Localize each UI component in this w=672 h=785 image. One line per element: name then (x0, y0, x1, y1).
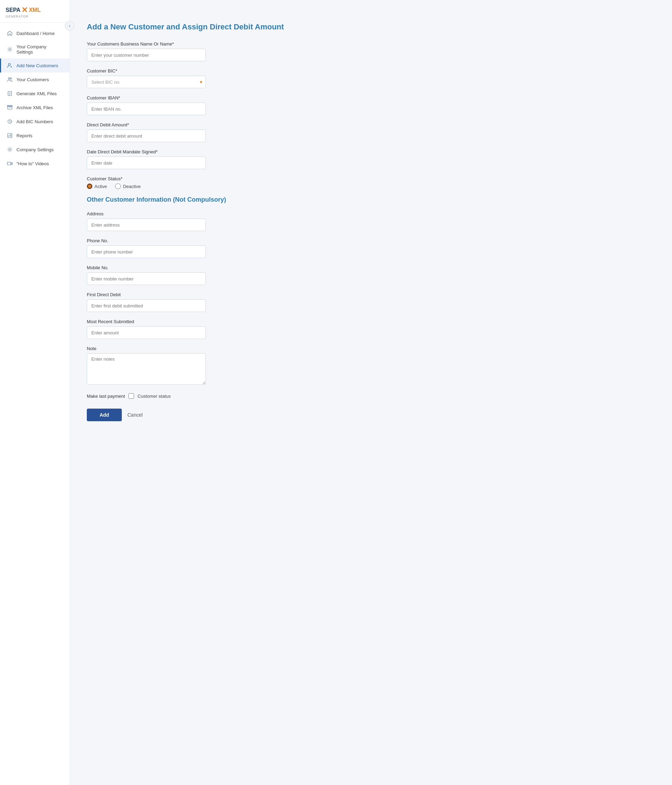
sidebar-item-generate-xml-label: Generate XML Files (16, 91, 57, 96)
business-name-group: Your Customers Business Name Or Name* (87, 41, 655, 61)
bic-select[interactable]: Select BIC no. (87, 76, 206, 88)
sidebar-item-archive-xml-label: Archive XML Files (16, 105, 53, 110)
direct-debit-input[interactable] (87, 130, 206, 142)
svg-point-2 (8, 78, 10, 80)
make-last-payment-label: Make last payment (87, 394, 125, 399)
sidebar-item-company-settings2[interactable]: Company Settings (0, 142, 70, 156)
customer-status-radios: Active Deactive (87, 183, 655, 189)
person-add-icon (7, 63, 13, 69)
customer-status-checkbox[interactable] (128, 393, 134, 399)
cancel-button[interactable]: Cancel (127, 412, 143, 418)
collapse-button[interactable]: ‹ (65, 21, 75, 31)
iban-input[interactable] (87, 103, 206, 115)
video-icon (7, 160, 13, 167)
sidebar-item-reports-label: Reports (16, 133, 33, 138)
svg-rect-10 (7, 162, 11, 165)
business-name-label: Your Customers Business Name Or Name* (87, 41, 655, 47)
first-debit-label: First Direct Debit (87, 292, 655, 297)
status-deactive-label[interactable]: Deactive (115, 183, 141, 189)
sidebar-item-company-settings[interactable]: Your Company Settings (0, 40, 70, 58)
note-textarea[interactable] (87, 353, 206, 385)
form-actions: Add Cancel (87, 409, 655, 421)
sidebar-item-howto-videos-label: "How to" Videos (16, 161, 49, 166)
settings-icon (7, 46, 13, 53)
people-icon (7, 76, 13, 83)
most-recent-label: Most Recent Submitted (87, 319, 655, 324)
address-input[interactable] (87, 219, 206, 231)
file-generate-icon (7, 90, 13, 97)
required-form-section: Your Customers Business Name Or Name* Cu… (87, 41, 655, 189)
note-group: Note (87, 346, 655, 386)
bic-label: Customer BIC* (87, 68, 655, 73)
sidebar-item-company-settings2-label: Company Settings (16, 147, 53, 152)
sidebar-item-add-customers-label: Add New Customers (16, 63, 58, 68)
bic-select-wrapper: Select BIC no. ▾ (87, 76, 206, 88)
svg-point-3 (10, 78, 11, 79)
note-label: Note (87, 346, 655, 351)
nav-items: Dashboard / Home Your Company Settings A… (0, 23, 70, 785)
phone-label: Phone No. (87, 238, 655, 243)
sidebar-item-your-customers-label: Your Customers (16, 77, 49, 82)
bic-icon (7, 118, 13, 125)
sidebar-item-company-settings-label: Your Company Settings (16, 44, 64, 55)
direct-debit-label: Direct Debit Amount* (87, 122, 655, 127)
make-last-payment-checkbox-group: Make last payment Customer status (87, 393, 655, 399)
iban-group: Customer IBAN* (87, 95, 655, 115)
mandate-date-label: Date Direct Debit Mandate Signed* (87, 149, 655, 155)
bic-group: Customer BIC* Select BIC no. ▾ (87, 68, 655, 88)
first-debit-input[interactable] (87, 299, 206, 312)
customer-status-group: Customer Status* Active Deactive (87, 176, 655, 189)
sidebar-item-your-customers[interactable]: Your Customers (0, 72, 70, 86)
customer-status-checkbox-label: Customer status (138, 394, 171, 399)
address-label: Address (87, 211, 655, 216)
page-title: Add a New Customer and Assign Direct Deb… (87, 22, 655, 31)
mobile-label: Mobile No. (87, 265, 655, 270)
sidebar-item-add-bic-label: Add BIC Numbers (16, 119, 53, 124)
svg-point-0 (9, 48, 11, 50)
sidebar-item-dashboard-label: Dashboard / Home (16, 31, 55, 36)
first-debit-group: First Direct Debit (87, 292, 655, 312)
sidebar-item-archive-xml[interactable]: Archive XML Files (0, 100, 70, 114)
content-wrapper: Add a New Customer and Assign Direct Deb… (87, 13, 655, 421)
phone-group: Phone No. (87, 238, 655, 258)
status-active-label[interactable]: Active (87, 183, 107, 189)
add-button[interactable]: Add (87, 409, 122, 421)
sidebar-item-generate-xml[interactable]: Generate XML Files (0, 86, 70, 100)
address-group: Address (87, 211, 655, 231)
svg-point-1 (8, 63, 11, 66)
most-recent-input[interactable] (87, 326, 206, 339)
archive-icon (7, 104, 13, 111)
mobile-group: Mobile No. (87, 265, 655, 285)
make-last-payment-group: Make last payment Customer status (87, 393, 655, 399)
sidebar-item-howto-videos[interactable]: "How to" Videos (0, 156, 70, 170)
sidebar-item-reports[interactable]: Reports (0, 128, 70, 142)
sidebar-item-dashboard[interactable]: Dashboard / Home (0, 26, 70, 40)
report-icon (7, 132, 13, 139)
status-active-text: Active (94, 184, 107, 189)
mobile-input[interactable] (87, 272, 206, 285)
business-name-input[interactable] (87, 48, 206, 61)
sidebar-item-add-customers[interactable]: Add New Customers (0, 58, 70, 72)
optional-form-section: Other Customer Information (Not Compulso… (87, 196, 655, 399)
customer-status-label: Customer Status* (87, 176, 655, 181)
sidebar: SEPA ✕ XML GENERATOR ‹ Dashboard / Home … (0, 0, 70, 785)
phone-input[interactable] (87, 246, 206, 258)
logo-sub: GENERATOR (6, 15, 64, 18)
logo: SEPA ✕ XML (6, 6, 64, 15)
svg-point-9 (9, 149, 11, 150)
mandate-date-input[interactable] (87, 156, 206, 169)
status-deactive-text: Deactive (123, 184, 141, 189)
other-info-title: Other Customer Information (Not Compulso… (87, 196, 655, 203)
sidebar-item-add-bic[interactable]: Add BIC Numbers (0, 114, 70, 128)
main-content: Add a New Customer and Assign Direct Deb… (70, 0, 672, 785)
iban-label: Customer IBAN* (87, 95, 655, 100)
cog-icon (7, 146, 13, 153)
mandate-date-group: Date Direct Debit Mandate Signed* (87, 149, 655, 169)
status-deactive-radio[interactable] (115, 183, 121, 189)
logo-xml: XML (29, 7, 41, 13)
most-recent-group: Most Recent Submitted (87, 319, 655, 339)
status-active-radio[interactable] (87, 183, 92, 189)
logo-sepa: SEPA (6, 7, 20, 13)
direct-debit-group: Direct Debit Amount* (87, 122, 655, 142)
home-icon (7, 30, 13, 36)
